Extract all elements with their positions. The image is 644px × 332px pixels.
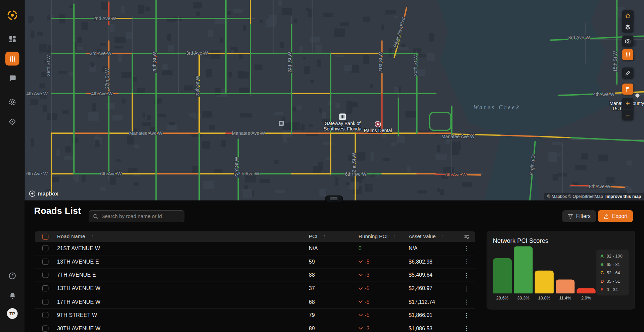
row-checkbox[interactable] (42, 299, 48, 305)
help-button[interactable]: ? (5, 269, 19, 283)
table-row[interactable]: 17TH AVENUE W68-5$17,112.74⋮ (35, 295, 475, 309)
attribution-osm[interactable]: © OpenStreetMap (568, 194, 603, 199)
map-layers-button[interactable] (622, 21, 633, 33)
zoom-out-button[interactable]: − (622, 109, 633, 120)
map-canvas[interactable]: 2nd Ave W3rd Ave W3rd Ave W4th Ave W4th … (25, 0, 644, 201)
sidebar-item-comments[interactable] (5, 71, 19, 86)
export-label: Export (612, 213, 628, 219)
map-flag-button[interactable] (622, 84, 633, 95)
svg-text:3rd Ave W: 3rd Ave W (186, 50, 208, 56)
running-pci-cell: 0 (359, 245, 409, 251)
running-pci-cell: -5 (359, 285, 409, 291)
zoom-in-button[interactable]: + (622, 98, 633, 109)
table-row[interactable]: 30TH AVENUE W89-3$1,086.53⋮ (35, 322, 475, 332)
card-title: Network PCI Scores (493, 237, 548, 244)
column-menu-icon[interactable]: ⋮ (322, 234, 326, 239)
pci-cell: 79 (309, 312, 359, 318)
table-row[interactable]: 21ST AVENUE WN/A0N/A⋮ (35, 242, 475, 255)
svg-text:Southwest Florida: Southwest Florida (324, 126, 362, 131)
legend-item: D35 - 51 (600, 278, 625, 283)
map-camera-button[interactable] (622, 36, 633, 47)
trend-down-icon (359, 261, 363, 263)
pci-cell: 68 (309, 299, 359, 305)
map-home-button[interactable] (622, 10, 633, 21)
map-draw-button[interactable] (622, 68, 633, 79)
svg-text:21st St W: 21st St W (378, 52, 383, 73)
panel-drag-handle[interactable] (325, 196, 343, 202)
column-road-name: Road Name (57, 234, 85, 239)
svg-text:Gateway Bank of: Gateway Bank of (325, 121, 361, 126)
avatar-initials: TP (9, 311, 15, 316)
row-checkbox[interactable] (42, 245, 48, 251)
row-actions-button[interactable]: ⋮ (464, 299, 469, 305)
select-all-checkbox[interactable] (42, 233, 48, 239)
map-attribution[interactable]: © Mapbox © OpenStreetMap Improve this ma… (544, 193, 644, 200)
avatar[interactable]: TP (7, 308, 18, 319)
export-button[interactable]: Export (598, 210, 633, 222)
svg-text:?: ? (11, 274, 13, 278)
pci-bar-label: 38.3% (517, 295, 529, 300)
notifications-button[interactable] (5, 288, 19, 302)
attribution-improve-link[interactable]: Improve this map (605, 194, 641, 199)
legend-item: B65 - 81 (600, 262, 625, 267)
svg-text:Manatee Ave W: Manatee Ave W (232, 130, 266, 136)
table-row[interactable]: 13TH AVENUE E59-5$6,802.98⋮ (35, 255, 475, 269)
row-actions-button[interactable]: ⋮ (464, 285, 469, 291)
road-icon (625, 51, 631, 58)
bell-icon (8, 292, 16, 299)
sidebar-item-roads[interactable] (5, 52, 19, 66)
row-checkbox[interactable] (42, 312, 48, 318)
road-name-cell: 30TH AVENUE W (51, 325, 309, 331)
filters-button[interactable]: Filters (562, 210, 596, 222)
row-actions-button[interactable]: ⋮ (464, 312, 469, 318)
pci-bar (535, 270, 554, 293)
pci-bar-label: 28.6% (496, 295, 508, 300)
trend-down-icon (359, 300, 363, 303)
sidebar-item-settings[interactable] (5, 95, 19, 109)
row-actions-button[interactable]: ⋮ (464, 245, 469, 251)
map-roads-layer-button[interactable] (622, 49, 633, 60)
svg-text:Manatee Ave W: Manatee Ave W (129, 130, 163, 136)
pci-bar (577, 288, 595, 293)
row-checkbox[interactable] (42, 285, 48, 291)
row-actions-button[interactable]: ⋮ (464, 272, 469, 278)
row-checkbox[interactable] (42, 325, 48, 331)
search-icon (93, 213, 98, 219)
mapbox-logo[interactable]: mapbox (29, 190, 58, 197)
running-pci-cell: -5 (359, 259, 409, 265)
table-row[interactable]: 7TH AVENUE E88-3$5,409.64⋮ (35, 269, 475, 282)
table-row[interactable]: 13TH AVENUE W37-5$2,460.97⋮ (35, 282, 475, 295)
roads-table-body: 21ST AVENUE WN/A0N/A⋮13TH AVENUE E59-5$6… (35, 242, 475, 332)
row-actions-button[interactable]: ⋮ (464, 326, 469, 331)
row-actions-button[interactable]: ⋮ (464, 259, 469, 265)
app-logo-icon[interactable] (6, 9, 18, 21)
attribution-mapbox[interactable]: © Mapbox (547, 194, 567, 199)
flag-icon (625, 86, 631, 92)
pci-cell: N/A (309, 245, 359, 251)
row-checkbox[interactable] (42, 272, 48, 278)
road-name-cell: 17TH AVENUE W (51, 299, 309, 305)
svg-text:22nd St W: 22nd St W (351, 153, 357, 175)
table-row[interactable]: 9TH STREET W79-5$1,866.01⋮ (35, 309, 475, 322)
comment-icon (8, 74, 16, 82)
column-menu-icon[interactable]: ⋮ (441, 234, 445, 239)
legend-item: F0 - 34 (600, 287, 625, 292)
dashboard-icon (8, 35, 17, 43)
svg-text:15th St W: 15th St W (612, 51, 618, 72)
search-input[interactable] (101, 213, 180, 219)
filter-icon (567, 213, 573, 219)
column-menu-icon[interactable]: ⋮ (393, 234, 397, 239)
column-menu-icon[interactable]: ⋮ (90, 234, 94, 238)
map-container: 2nd Ave W3rd Ave W3rd Ave W4th Ave W4th … (25, 0, 644, 201)
column-settings-icon[interactable] (463, 233, 469, 239)
asset-value-cell: $17,112.74 (409, 299, 458, 305)
sidebar-item-explore[interactable] (5, 115, 19, 129)
svg-text:28th St W: 28th St W (46, 55, 51, 76)
camera-icon (625, 38, 631, 44)
column-running-pci: Running PCI (359, 234, 388, 239)
svg-text:6th Ave W: 6th Ave W (238, 171, 260, 176)
sidebar-item-dashboard[interactable] (5, 32, 19, 46)
road-icon (8, 55, 16, 62)
trend-down-icon (359, 314, 363, 316)
row-checkbox[interactable] (42, 259, 48, 265)
